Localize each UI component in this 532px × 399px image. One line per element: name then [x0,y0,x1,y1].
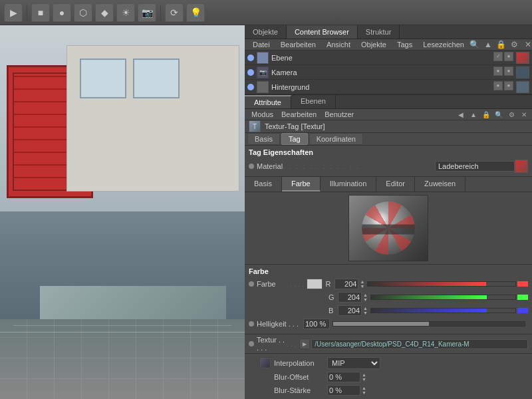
farbe-tab-basis[interactable]: Basis [245,177,282,192]
farbe-tab-illumination[interactable]: Illumination [321,177,377,192]
blur-staerke-arrow-down[interactable]: ▼ [362,390,366,395]
toolbar-icon-camera[interactable]: 📷 [138,3,156,22]
b-arrow-down[interactable]: ▼ [363,311,368,315]
channel-r-value[interactable] [334,279,358,289]
blur-staerke-arrow-up[interactable]: ▲ [362,386,366,390]
lock-icon[interactable]: 🔒 [496,39,507,50]
channel-g-value[interactable] [338,292,362,303]
toolbar-icon-sphere[interactable]: ● [53,3,71,22]
obj-kamera-check-2[interactable]: ● [504,66,513,76]
obj-row-kamera[interactable]: 📷 Kamera ● ● [245,65,532,80]
interpolation-row: Interpolation MIP [249,356,528,370]
blur-offset-arrows[interactable]: ▲ ▼ [362,372,366,382]
scene-window-2 [133,59,180,98]
attr-arrow-left-icon[interactable]: ◀ [456,109,466,120]
viewport-scene [0,25,245,399]
obj-dot-kamera [247,69,254,76]
interpolation-select[interactable]: MIP [327,357,380,369]
channel-g-arrows[interactable]: ▲ ▼ [363,293,368,302]
tab-bar-top: Objekte Content Browser Struktur [245,25,532,39]
scene-window-1 [80,59,126,98]
menu-bearbeiten[interactable]: Bearbeiten [275,39,321,50]
viewport[interactable] [0,25,245,399]
tab-objekte[interactable]: Objekte [245,25,287,39]
toolbar-icon-cube[interactable]: ■ [31,3,50,22]
settings-icon[interactable]: ⚙ [509,39,520,50]
attr-lock-icon[interactable]: 🔒 [481,109,491,120]
channel-r-label: R [325,280,333,288]
attr-tab-ebenen[interactable]: Ebenen [291,95,336,108]
obj-kamera-check-1[interactable]: ● [493,66,503,76]
search-icon[interactable]: 🔍 [469,39,480,50]
r-arrow-down[interactable]: ▼ [360,284,364,289]
main-layout: Objekte Content Browser Struktur Datei B… [0,25,532,399]
tab-content-browser[interactable]: Content Browser [287,25,358,39]
textur-path-input[interactable] [311,339,528,349]
toolbar-icon-bulb[interactable]: 💡 [186,3,205,22]
menu-datei[interactable]: Datei [247,39,275,50]
btk-tab-koordinaten[interactable]: Koordinaten [309,133,363,145]
farbe-section-title: Farbe [249,267,528,275]
toolbar-icon-shape[interactable]: ◆ [95,3,114,22]
b-arrow-up[interactable]: ▲ [363,306,368,311]
channel-r-arrows[interactable]: ▲ ▼ [360,279,364,289]
attr-btn-bearbeiten[interactable]: Bearbeiten [277,110,321,119]
g-arrow-down[interactable]: ▼ [363,297,368,302]
g-arrow-up[interactable]: ▲ [363,293,368,297]
attr-close-icon[interactable]: ✕ [519,109,529,120]
attr-toolbar: Modus Bearbeiten Benutzer ◀ ▲ 🔒 🔍 ⚙ ✕ [245,109,532,120]
r-color-end [517,281,528,287]
helligkeit-bar [332,321,525,327]
channel-b-arrows[interactable]: ▲ ▼ [363,306,368,315]
interp-thumb [259,357,271,369]
attr-settings-icon[interactable]: ⚙ [506,109,517,120]
g-color-end [517,295,528,300]
arrow-up-icon[interactable]: ▲ [483,39,493,50]
channel-b-bar [370,308,516,313]
color-swatch[interactable] [307,279,323,289]
farbe-color-row: Farbe . . . . R ▲ ▼ [249,278,528,290]
farbe-tab-farbe[interactable]: Farbe [282,177,321,192]
toolbar-icon-cylinder[interactable]: ⬡ [74,3,92,22]
toolbar-icon-loop[interactable]: ⟳ [165,3,184,22]
toolbar-icon-light[interactable]: ☀ [116,3,135,22]
toolbar-icon-play[interactable]: ▶ [4,3,23,22]
obj-check-1[interactable]: ✓ [493,52,503,61]
material-value-input[interactable] [435,161,515,172]
farbe-tab-editor[interactable]: Editor [376,177,415,192]
blur-staerke-value[interactable] [327,385,360,396]
menu-objekte[interactable]: Objekte [356,39,392,50]
obj-hg-icon [516,81,529,93]
blur-staerke-label: Blur-Stärke [274,386,327,394]
farbe-tab-zuweisen[interactable]: Zuweisen [415,177,466,192]
r-arrow-up[interactable]: ▲ [360,279,364,284]
obj-dot-ebene [247,55,254,61]
menu-ansicht[interactable]: Ansicht [321,39,356,50]
sep-1 [27,5,27,21]
obj-check-2[interactable]: ● [504,52,513,61]
menu-lesezeichen[interactable]: Lesezeichen [418,39,469,50]
attr-search-icon[interactable]: 🔍 [493,109,504,120]
obj-hg-check-2[interactable]: ● [504,81,513,90]
attr-tab-attribute[interactable]: Attribute [245,95,291,108]
btk-tab-basis[interactable]: Basis [247,133,280,145]
channel-b-value[interactable] [338,305,362,316]
textur-tag-icon: T [249,120,261,132]
helligkeit-value[interactable] [303,319,330,329]
obj-row-ebene[interactable]: Ebene ✓ ● [245,51,532,65]
btk-tab-tag[interactable]: Tag [281,133,308,145]
blur-staerke-arrows[interactable]: ▲ ▼ [362,386,366,395]
obj-hg-check-1[interactable]: ● [493,81,503,90]
textur-play-btn[interactable]: ▶ [299,338,310,349]
blur-offset-value[interactable] [327,372,360,382]
attr-btn-modus[interactable]: Modus [247,110,277,119]
attr-btn-benutzer[interactable]: Benutzer [321,110,358,119]
menu-tags[interactable]: Tags [392,39,418,50]
blur-offset-arrow-up[interactable]: ▲ [362,372,366,377]
tab-struktur[interactable]: Struktur [358,25,400,39]
attr-arrow-up-icon[interactable]: ▲ [468,109,479,120]
blur-offset-arrow-down[interactable]: ▼ [362,377,366,382]
obj-row-hintergrund[interactable]: Hintergrund ● ● [245,80,532,94]
textur-header: T Textur-Tag [Textur] [245,120,532,133]
close-icon[interactable]: ✕ [523,39,532,50]
